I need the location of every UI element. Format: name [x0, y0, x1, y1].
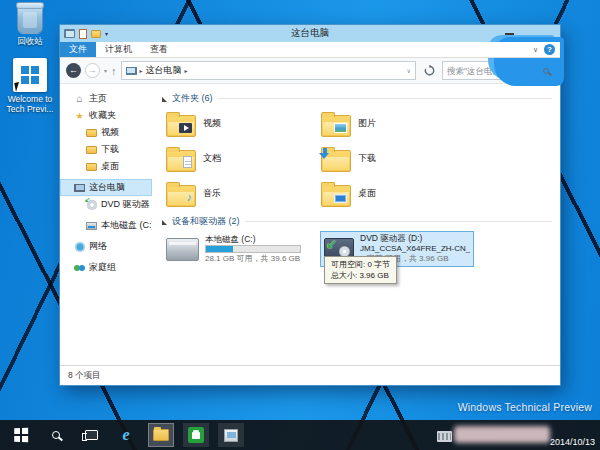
tab-file[interactable]: 文件	[60, 42, 96, 57]
home-icon: ⌂	[74, 93, 85, 104]
folder-tile-desktop[interactable]: 桌面	[317, 176, 472, 211]
back-button[interactable]: ←	[66, 63, 81, 78]
refresh-icon	[424, 65, 435, 76]
desktop-icon-welcome[interactable]: Welcome to Tech Previ...	[2, 58, 58, 114]
drive-tile-local-disk[interactable]: 本地磁盘 (C:) 28.1 GB 可用，共 39.6 GB	[162, 231, 312, 267]
history-chevron-icon[interactable]: ▾	[104, 67, 107, 74]
explorer-window: ▾ 这台电脑 文件 计算机 查看 ∨ ? ← → ▾ ↑ ▸ 这台电脑 ▸	[60, 25, 560, 385]
group-title: 设备和驱动器 (2)	[172, 215, 240, 228]
address-dropdown-chevron-icon[interactable]: ∨	[407, 67, 411, 74]
start-button[interactable]	[8, 423, 34, 447]
recycle-bin-icon	[17, 4, 43, 34]
help-icon[interactable]: ?	[544, 44, 555, 55]
drive-label: DVD 驱动器 (D:)	[360, 233, 470, 244]
sidebar-item-this-pc[interactable]: 这台电脑	[60, 179, 152, 196]
network-icon	[75, 242, 85, 252]
homegroup-icon	[74, 263, 85, 273]
sidebar-label: 本地磁盘 (C:)	[101, 219, 152, 232]
taskbar-search-button[interactable]	[43, 423, 69, 447]
sidebar-label: 收藏夹	[89, 109, 116, 122]
desktop-icon-recycle-bin[interactable]: 回收站	[2, 4, 58, 46]
sidebar-item-favorites[interactable]: ★ 收藏夹	[60, 107, 152, 124]
recycle-bin-label: 回收站	[2, 36, 58, 46]
taskbar-date[interactable]: 2014/10/13	[550, 437, 595, 447]
drive-caption: 28.1 GB 可用，共 39.6 GB	[205, 254, 301, 265]
desktop-icon	[334, 194, 347, 203]
group-header-folders[interactable]: 文件夹 (6)	[162, 90, 560, 106]
sidebar-item-local-disk[interactable]: 本地磁盘 (C:)	[60, 217, 152, 234]
search-icon	[52, 431, 60, 439]
folder-label: 下载	[358, 152, 376, 165]
up-button[interactable]: ↑	[111, 65, 117, 77]
sidebar-label: 主页	[89, 92, 107, 105]
file-explorer-button[interactable]	[148, 423, 174, 447]
group-collapse-icon[interactable]	[162, 220, 167, 225]
breadcrumb[interactable]: ▸ 这台电脑 ▸ ∨	[121, 61, 416, 80]
folder-tile-videos[interactable]: 视频	[162, 106, 317, 141]
setup-app-button[interactable]	[218, 423, 244, 447]
ribbon-tabs: 文件 计算机 查看 ∨ ?	[60, 42, 560, 58]
video-icon	[179, 123, 192, 133]
folder-tile-documents[interactable]: 文档	[162, 141, 317, 176]
tooltip-free-space: 可用空间: 0 字节	[331, 259, 390, 270]
file-list-view: 文件夹 (6) 视频 图片 文档	[152, 84, 560, 365]
explorer-app-icon	[64, 29, 75, 38]
welcome-label: Welcome to Tech Previ...	[2, 94, 58, 114]
folder-tile-music[interactable]: ♪ 音乐	[162, 176, 317, 211]
document-icon	[183, 156, 192, 168]
sidebar-item-videos[interactable]: 视频	[60, 124, 152, 141]
folder-icon	[86, 129, 97, 137]
qat-customize-chevron-icon[interactable]: ▾	[105, 30, 108, 37]
download-icon	[319, 148, 330, 159]
folder-tile-downloads[interactable]: 下载	[317, 141, 472, 176]
sidebar-item-homegroup[interactable]: 家庭组	[60, 259, 152, 276]
sidebar-item-home[interactable]: ⌂ 主页	[60, 90, 152, 107]
store-button[interactable]	[183, 423, 209, 447]
group-header-drives[interactable]: 设备和驱动器 (2)	[162, 213, 560, 229]
sidebar-item-network[interactable]: 网络	[60, 238, 152, 255]
breadcrumb-separator-icon: ▸	[185, 67, 188, 74]
store-icon	[188, 427, 204, 443]
cursor-icon	[14, 81, 25, 92]
sidebar-label: 下载	[101, 143, 119, 156]
search-icon	[543, 68, 549, 74]
disk-usage-bar	[205, 245, 301, 253]
breadcrumb-separator-icon: ▸	[140, 67, 143, 74]
task-view-button[interactable]	[78, 423, 104, 447]
folder-label: 图片	[358, 117, 376, 130]
new-folder-icon[interactable]	[91, 30, 101, 38]
folder-icon	[86, 163, 97, 171]
sidebar-label: 视频	[101, 126, 119, 139]
properties-icon[interactable]	[79, 29, 87, 39]
sidebar-label: 网络	[89, 240, 107, 253]
file-explorer-icon	[153, 429, 169, 441]
desktop-wallpaper: 回收站 Welcome to Tech Previ... Windows Tec…	[0, 0, 600, 450]
forward-button[interactable]: →	[85, 63, 100, 78]
computer-icon	[74, 184, 85, 192]
sidebar-item-desktop[interactable]: 桌面	[60, 158, 152, 175]
touch-keyboard-icon[interactable]	[437, 431, 452, 442]
tab-computer[interactable]: 计算机	[96, 42, 141, 57]
internet-explorer-icon: e	[122, 427, 129, 443]
folder-label: 音乐	[203, 187, 221, 200]
navigation-pane: ⌂ 主页 ★ 收藏夹 视频 下载 桌面	[60, 84, 152, 365]
start-icon	[14, 428, 27, 442]
ribbon-collapse-chevron-icon[interactable]: ∨	[533, 46, 538, 54]
minimize-button[interactable]	[505, 33, 514, 35]
item-count: 8 个项目	[68, 370, 101, 382]
breadcrumb-root[interactable]: 这台电脑	[146, 64, 182, 77]
sidebar-item-dvd-drive[interactable]: DVD 驱动器 (D:) JM	[60, 196, 152, 213]
sidebar-label: DVD 驱动器 (D:) JM	[101, 198, 152, 211]
windows-watermark: Windows Technical Preview	[458, 401, 592, 413]
window-title: 这台电脑	[60, 27, 560, 40]
group-collapse-icon[interactable]	[162, 97, 167, 102]
refresh-button[interactable]	[420, 61, 438, 80]
folder-tile-pictures[interactable]: 图片	[317, 106, 472, 141]
folder-label: 文档	[203, 152, 221, 165]
sidebar-item-downloads[interactable]: 下载	[60, 141, 152, 158]
internet-explorer-button[interactable]: e	[113, 423, 139, 447]
tab-view[interactable]: 查看	[141, 42, 177, 57]
sidebar-label: 桌面	[101, 160, 119, 173]
address-bar: ← → ▾ ↑ ▸ 这台电脑 ▸ ∨	[60, 58, 560, 84]
title-bar[interactable]: ▾ 这台电脑	[60, 25, 560, 42]
